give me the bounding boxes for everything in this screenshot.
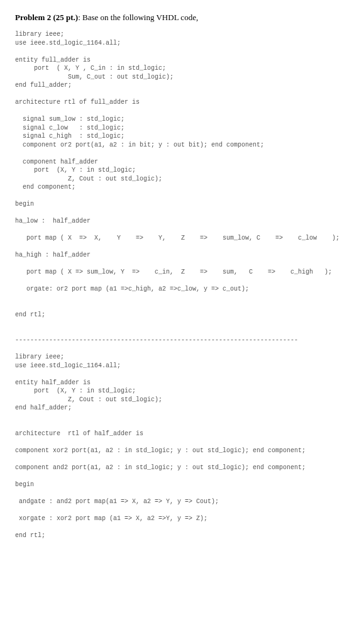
problem-heading: Problem 2 (25 pt.): Base on the followin… — [15, 13, 349, 23]
problem-intro: Base on the following VHDL code, — [82, 13, 198, 22]
problem-label: Problem 2 (25 pt.) — [15, 13, 78, 22]
vhdl-code-block: library ieee; use ieee.std_logic_1164.al… — [15, 30, 349, 540]
problem-sep: : — [78, 13, 82, 22]
